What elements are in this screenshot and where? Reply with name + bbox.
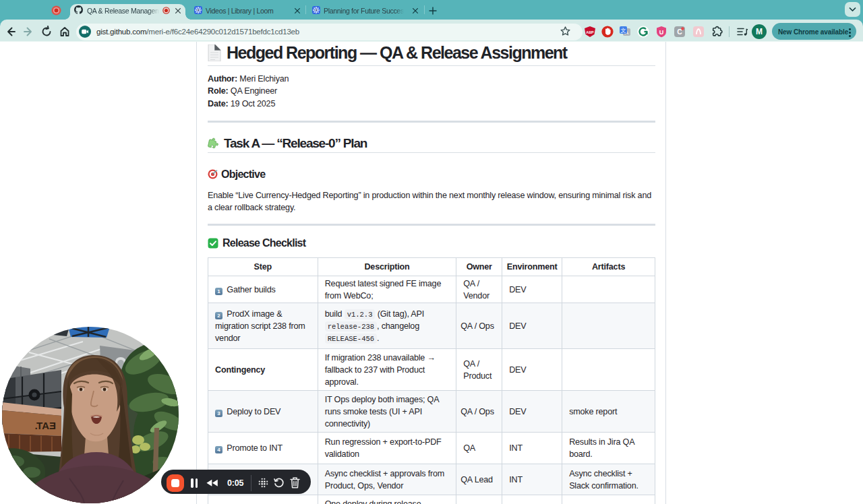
svg-text:U: U bbox=[659, 29, 664, 36]
svg-text:文: 文 bbox=[621, 28, 626, 34]
svg-text:ABP: ABP bbox=[586, 30, 594, 34]
svg-text:EAT.: EAT. bbox=[35, 420, 56, 431]
